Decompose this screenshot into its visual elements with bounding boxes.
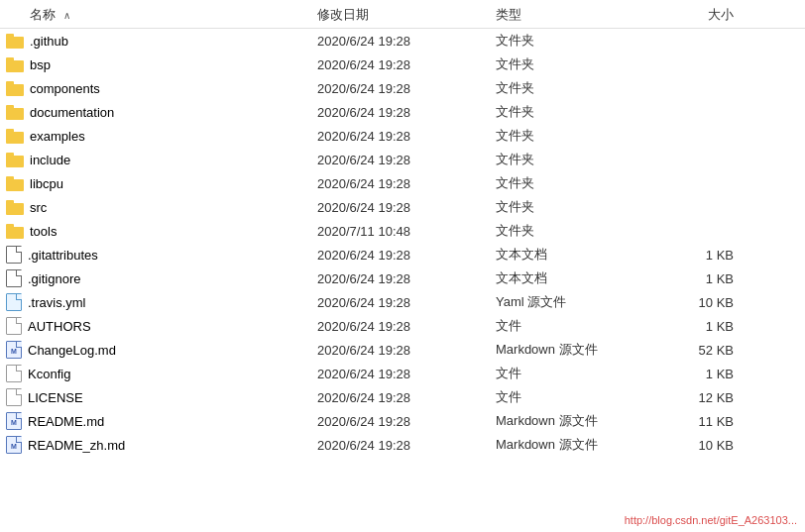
file-name-label: libcpu: [30, 176, 63, 191]
file-name-label: ChangeLog.md: [28, 343, 116, 358]
table-row[interactable]: include2020/6/24 19:28文件夹: [0, 148, 805, 171]
file-name-cell: src: [0, 199, 317, 215]
file-date-cell: 2020/6/24 19:28: [317, 271, 496, 286]
table-row[interactable]: MREADME_zh.md2020/6/24 19:28Markdown 源文件…: [0, 433, 805, 457]
file-date-cell: 2020/6/24 19:28: [317, 105, 496, 120]
table-row[interactable]: .travis.yml2020/6/24 19:28Yaml 源文件10 KB: [0, 290, 805, 314]
file-date-cell: 2020/7/11 10:48: [317, 224, 496, 239]
file-name-cell: bsp: [0, 56, 317, 72]
file-name-cell: include: [0, 152, 317, 167]
file-explorer: 名称 ∧ 修改日期 类型 大小 .github2020/6/24 19:28文件…: [0, 0, 805, 532]
folder-icon: [6, 152, 24, 167]
file-size-cell: 1 KB: [654, 271, 753, 286]
file-name-cell: .gitignore: [0, 269, 317, 287]
file-name-label: tools: [30, 224, 57, 239]
file-name-cell: AUTHORS: [0, 317, 317, 335]
file-date-cell: 2020/6/24 19:28: [317, 34, 496, 49]
file-date-cell: 2020/6/24 19:28: [317, 390, 496, 405]
file-name-cell: documentation: [0, 104, 317, 120]
file-name-label: .travis.yml: [28, 295, 86, 310]
file-size-cell: 52 KB: [654, 343, 753, 358]
file-type-cell: 文件: [496, 365, 654, 382]
file-type-cell: 文件夹: [496, 103, 654, 121]
markdown-icon: M: [6, 412, 22, 430]
file-name-cell: MChangeLog.md: [0, 341, 317, 359]
file-date-cell: 2020/6/24 19:28: [317, 438, 496, 453]
file-type-cell: Yaml 源文件: [496, 293, 654, 311]
col-header-type[interactable]: 类型: [496, 6, 654, 24]
file-name-label: Kconfig: [28, 367, 70, 381]
file-name-cell: examples: [0, 128, 317, 144]
file-name-label: README_zh.md: [28, 438, 125, 453]
textfile-icon: [6, 246, 22, 264]
file-type-cell: 文本文档: [496, 246, 654, 264]
file-name-cell: .github: [0, 33, 317, 49]
file-name-cell: tools: [0, 223, 317, 239]
file-date-cell: 2020/6/24 19:28: [317, 319, 496, 334]
yaml-icon: [6, 293, 22, 311]
col-header-name[interactable]: 名称 ∧: [0, 6, 317, 24]
file-name-label: include: [30, 153, 70, 167]
file-name-label: examples: [30, 129, 85, 144]
folder-icon: [6, 199, 24, 215]
file-name-label: .gitignore: [28, 271, 80, 286]
file-date-cell: 2020/6/24 19:28: [317, 343, 496, 358]
file-name-label: README.md: [28, 414, 104, 429]
table-row[interactable]: src2020/6/24 19:28文件夹: [0, 195, 805, 219]
file-type-cell: 文件夹: [496, 32, 654, 50]
file-type-cell: 文件夹: [496, 222, 654, 240]
folder-icon: [6, 80, 24, 96]
textfile-icon: [6, 269, 22, 287]
column-headers: 名称 ∧ 修改日期 类型 大小: [0, 0, 805, 29]
file-size-cell: 1 KB: [654, 248, 753, 263]
file-date-cell: 2020/6/24 19:28: [317, 81, 496, 96]
folder-icon: [6, 128, 24, 144]
file-name-label: src: [30, 200, 47, 215]
table-row[interactable]: MREADME.md2020/6/24 19:28Markdown 源文件11 …: [0, 409, 805, 433]
watermark: http://blog.csdn.net/gitE_A263103...: [625, 514, 797, 526]
file-type-cell: 文件夹: [496, 79, 654, 97]
col-header-size[interactable]: 大小: [654, 6, 753, 24]
table-row[interactable]: .gitattributes2020/6/24 19:28文本文档1 KB: [0, 243, 805, 266]
file-type-cell: 文件夹: [496, 151, 654, 168]
table-row[interactable]: tools2020/7/11 10:48文件夹: [0, 219, 805, 243]
markdown-icon: M: [6, 341, 22, 359]
file-icon: [6, 317, 22, 335]
file-type-cell: Markdown 源文件: [496, 436, 654, 454]
table-row[interactable]: documentation2020/6/24 19:28文件夹: [0, 100, 805, 124]
file-type-cell: Markdown 源文件: [496, 412, 654, 430]
col-header-date[interactable]: 修改日期: [317, 6, 496, 24]
file-type-cell: 文件夹: [496, 198, 654, 216]
table-row[interactable]: bsp2020/6/24 19:28文件夹: [0, 53, 805, 76]
file-name-label: documentation: [30, 105, 114, 120]
file-date-cell: 2020/6/24 19:28: [317, 153, 496, 167]
folder-icon: [6, 33, 24, 49]
file-name-cell: libcpu: [0, 175, 317, 191]
file-icon: [6, 388, 22, 406]
table-row[interactable]: LICENSE2020/6/24 19:28文件12 KB: [0, 385, 805, 409]
file-type-cell: 文件夹: [496, 174, 654, 192]
file-date-cell: 2020/6/24 19:28: [317, 367, 496, 381]
file-date-cell: 2020/6/24 19:28: [317, 414, 496, 429]
file-name-cell: .gitattributes: [0, 246, 317, 264]
table-row[interactable]: libcpu2020/6/24 19:28文件夹: [0, 171, 805, 195]
file-name-label: LICENSE: [28, 390, 83, 405]
table-row[interactable]: components2020/6/24 19:28文件夹: [0, 76, 805, 100]
table-row[interactable]: .github2020/6/24 19:28文件夹: [0, 29, 805, 53]
markdown-icon: M: [6, 436, 22, 454]
table-row[interactable]: Kconfig2020/6/24 19:28文件1 KB: [0, 362, 805, 385]
file-name-label: bsp: [30, 57, 51, 72]
file-size-cell: 12 KB: [654, 390, 753, 405]
file-name-label: .gitattributes: [28, 248, 98, 263]
table-row[interactable]: .gitignore2020/6/24 19:28文本文档1 KB: [0, 266, 805, 290]
table-row[interactable]: AUTHORS2020/6/24 19:28文件1 KB: [0, 314, 805, 338]
table-row[interactable]: examples2020/6/24 19:28文件夹: [0, 124, 805, 148]
table-row[interactable]: MChangeLog.md2020/6/24 19:28Markdown 源文件…: [0, 338, 805, 362]
sort-arrow-name: ∧: [63, 10, 70, 21]
file-name-cell: MREADME_zh.md: [0, 436, 317, 454]
file-name-cell: LICENSE: [0, 388, 317, 406]
file-size-cell: 1 KB: [654, 367, 753, 381]
file-size-cell: 11 KB: [654, 414, 753, 429]
folder-icon: [6, 56, 24, 72]
file-name-label: AUTHORS: [28, 319, 91, 334]
